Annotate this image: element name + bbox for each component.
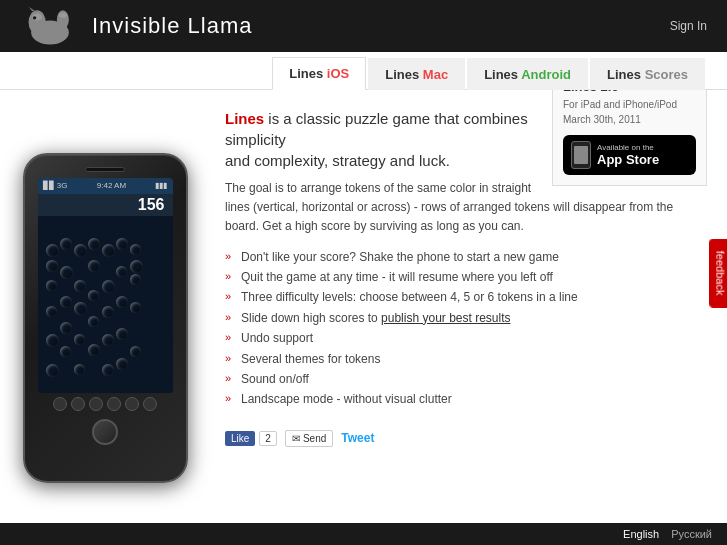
game-ball bbox=[74, 244, 87, 257]
ctrl-prev bbox=[71, 397, 85, 411]
store-name: App Store bbox=[597, 152, 659, 167]
list-item: Three difficulty levels: choose between … bbox=[225, 287, 707, 307]
lines-link[interactable]: Lines bbox=[225, 110, 264, 127]
store-text: Available on the App Store bbox=[597, 143, 659, 167]
tab-scores[interactable]: Lines Scores bbox=[590, 58, 705, 90]
list-item: Landscape mode - without visual clutter bbox=[225, 389, 707, 409]
ctrl-sound bbox=[125, 397, 139, 411]
time-display: 9:42 AM bbox=[97, 181, 126, 190]
game-ball bbox=[102, 334, 114, 346]
tab-android-word2: Android bbox=[521, 67, 571, 82]
phone-section: ▊▊ 3G 9:42 AM ▮▮▮ 156 bbox=[0, 90, 210, 545]
tab-mac-word2: Mac bbox=[423, 67, 448, 82]
game-ball bbox=[74, 364, 85, 375]
main-content: ▊▊ 3G 9:42 AM ▮▮▮ 156 bbox=[0, 90, 727, 545]
game-ball bbox=[88, 238, 100, 250]
status-bar: ▊▊ 3G 9:42 AM ▮▮▮ bbox=[38, 178, 173, 194]
game-ball bbox=[60, 266, 73, 279]
list-item: Sound on/off bbox=[225, 369, 707, 389]
game-ball bbox=[46, 306, 57, 317]
score-display: 156 bbox=[138, 196, 165, 214]
game-ball bbox=[116, 296, 128, 308]
game-ball bbox=[74, 334, 85, 345]
game-ball bbox=[130, 244, 141, 255]
logo-area: Invisible Llama bbox=[20, 6, 253, 46]
game-ball bbox=[116, 266, 127, 277]
signin-button[interactable]: Sign In bbox=[670, 19, 707, 33]
logo-icon bbox=[20, 6, 80, 46]
tab-scores-word1: Lines bbox=[607, 67, 645, 82]
site-title: Invisible Llama bbox=[92, 13, 253, 39]
tab-android[interactable]: Lines Android bbox=[467, 58, 588, 90]
tab-scores-word2: Scores bbox=[645, 67, 688, 82]
tab-mac-word1: Lines bbox=[385, 67, 423, 82]
like-count: 2 bbox=[259, 431, 277, 446]
game-ball bbox=[46, 280, 57, 291]
game-ball bbox=[130, 346, 141, 357]
iphone-screen: ▊▊ 3G 9:42 AM ▮▮▮ 156 bbox=[38, 178, 173, 393]
device-icon bbox=[571, 141, 591, 169]
available-label: Available on the bbox=[597, 143, 659, 152]
game-ball bbox=[88, 290, 99, 301]
footer: English Русский bbox=[0, 523, 727, 545]
appstore-box: Lines 2.0 For iPad and iPhone/iPodMarch … bbox=[552, 90, 707, 186]
game-ball bbox=[46, 334, 59, 347]
tab-ios[interactable]: Lines iOS bbox=[272, 57, 366, 90]
send-label: Send bbox=[303, 433, 326, 444]
tab-mac[interactable]: Lines Mac bbox=[368, 58, 465, 90]
social-bar: Like 2 ✉ Send Tweet bbox=[225, 422, 707, 447]
ctrl-next bbox=[107, 397, 121, 411]
game-ball bbox=[116, 238, 128, 250]
game-ball bbox=[88, 316, 99, 327]
like-button[interactable]: Like bbox=[225, 431, 255, 446]
appstore-subtitle: For iPad and iPhone/iPodMarch 30th, 2011 bbox=[563, 97, 696, 127]
intro-text2: and complexity, strategy and luck. bbox=[225, 152, 450, 169]
tab-android-word1: Lines bbox=[484, 67, 521, 82]
device-screen bbox=[574, 146, 588, 164]
game-ball bbox=[130, 274, 141, 285]
language-english[interactable]: English bbox=[623, 528, 659, 540]
feedback-tab[interactable]: feedback bbox=[710, 238, 727, 307]
list-item: Slide down high scores to publish your b… bbox=[225, 308, 707, 328]
ctrl-info bbox=[53, 397, 67, 411]
score-bar: 156 bbox=[38, 194, 173, 216]
svg-marker-6 bbox=[29, 7, 37, 12]
publish-link[interactable]: publish your best results bbox=[381, 311, 510, 325]
nav-tabs: Lines iOS Lines Mac Lines Android Lines … bbox=[0, 52, 727, 90]
intro-text: is a classic puzzle game that combines s… bbox=[225, 110, 528, 148]
game-ball bbox=[130, 260, 143, 273]
game-ball bbox=[46, 364, 59, 377]
svg-point-5 bbox=[33, 16, 36, 19]
game-ball bbox=[88, 260, 100, 272]
game-ball bbox=[60, 296, 72, 308]
game-ball bbox=[74, 280, 86, 292]
game-ball bbox=[130, 302, 141, 313]
send-button[interactable]: ✉ Send bbox=[285, 430, 333, 447]
game-grid bbox=[38, 216, 173, 393]
appstore-title: Lines 2.0 bbox=[563, 90, 696, 94]
game-ball bbox=[88, 344, 100, 356]
game-ball bbox=[46, 260, 58, 272]
signal-icon: ▊▊ 3G bbox=[43, 181, 68, 190]
game-ball bbox=[46, 244, 59, 257]
send-envelope-icon: ✉ bbox=[292, 433, 300, 444]
appstore-button[interactable]: Available on the App Store bbox=[563, 135, 696, 175]
list-item: Don't like your score? Shake the phone t… bbox=[225, 247, 707, 267]
iphone-home-button[interactable] bbox=[92, 419, 118, 445]
list-item: Undo support bbox=[225, 328, 707, 348]
content-section: Lines 2.0 For iPad and iPhone/iPodMarch … bbox=[210, 90, 727, 545]
list-item: Several themes for tokens bbox=[225, 349, 707, 369]
svg-point-4 bbox=[59, 13, 68, 18]
ctrl-settings bbox=[143, 397, 157, 411]
game-ball bbox=[60, 238, 72, 250]
game-ball bbox=[102, 364, 114, 376]
tab-ios-word2: iOS bbox=[327, 66, 349, 81]
game-ball bbox=[102, 280, 115, 293]
game-ball bbox=[116, 358, 128, 370]
facebook-like: Like 2 bbox=[225, 431, 277, 446]
ctrl-play bbox=[89, 397, 103, 411]
language-russian[interactable]: Русский bbox=[671, 528, 712, 540]
tweet-button[interactable]: Tweet bbox=[341, 431, 374, 445]
game-ball bbox=[102, 306, 114, 318]
battery-icon: ▮▮▮ bbox=[155, 181, 167, 190]
